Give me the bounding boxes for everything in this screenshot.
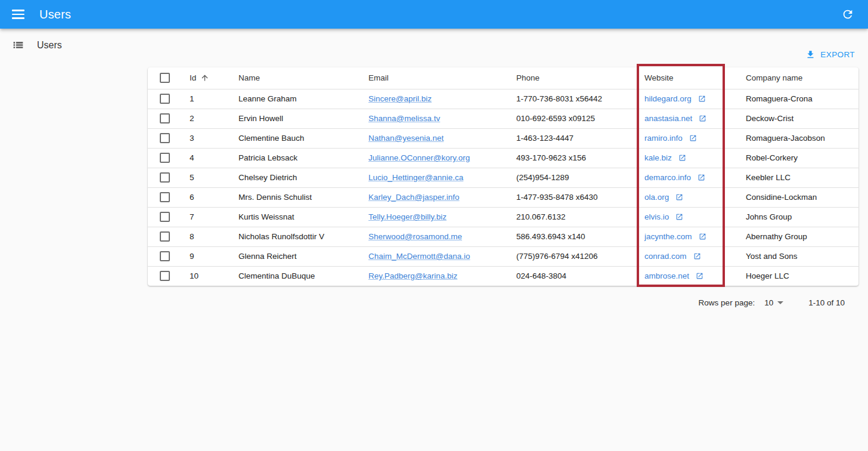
- page-header: Users EXPORT: [0, 29, 868, 64]
- external-link-icon: [678, 154, 686, 162]
- rows-per-page-label: Rows per page:: [699, 298, 755, 307]
- table-row[interactable]: 1 Leanne Graham Sincere@april.biz 1-770-…: [148, 89, 858, 109]
- cell-phone: 493-170-9623 x156: [507, 148, 635, 168]
- cell-name: Glenna Reichert: [229, 246, 359, 266]
- row-checkbox[interactable]: [160, 192, 170, 202]
- email-link[interactable]: Sherwood@rosamond.me: [368, 232, 462, 241]
- external-link-icon: [698, 174, 705, 181]
- chevron-down-icon: [777, 301, 783, 304]
- rows-per-page-select[interactable]: 10: [764, 298, 783, 307]
- website-link[interactable]: elvis.io: [644, 212, 669, 221]
- column-header-phone[interactable]: Phone: [507, 67, 635, 89]
- table-row[interactable]: 10 Clementina DuBuque Rey.Padberg@karina…: [148, 266, 858, 286]
- cell-id: 6: [180, 187, 229, 207]
- table-row[interactable]: 5 Chelsey Dietrich Lucio_Hettinger@annie…: [148, 168, 858, 187]
- external-link-icon: [675, 213, 683, 221]
- external-link-icon: [693, 252, 701, 260]
- table-row[interactable]: 6 Mrs. Dennis Schulist Karley_Dach@jaspe…: [148, 187, 858, 207]
- cell-phone: 1-463-123-4447: [507, 128, 635, 148]
- cell-name: Clementine Bauch: [229, 128, 359, 148]
- row-checkbox[interactable]: [160, 153, 170, 163]
- cell-name: Nicholas Runolfsdottir V: [229, 227, 359, 246]
- website-link[interactable]: ramiro.info: [644, 134, 683, 143]
- external-link-icon: [675, 193, 683, 201]
- cell-company: Keebler LLC: [736, 168, 858, 187]
- website-link[interactable]: hildegard.org: [644, 94, 692, 103]
- cell-name: Chelsey Dietrich: [229, 168, 359, 187]
- cell-id: 2: [180, 109, 229, 128]
- cell-id: 8: [180, 227, 229, 246]
- cell-name: Clementina DuBuque: [229, 266, 359, 286]
- email-link[interactable]: Shanna@melissa.tv: [368, 114, 440, 123]
- cell-company: Yost and Sons: [736, 246, 858, 266]
- email-link[interactable]: Sincere@april.biz: [368, 94, 432, 103]
- app-bar-title: Users: [39, 8, 71, 21]
- cell-phone: 1-477-935-8478 x6430: [507, 187, 635, 207]
- website-link[interactable]: kale.biz: [644, 153, 672, 162]
- column-header-company-name[interactable]: Company name: [736, 67, 858, 89]
- cell-phone: (254)954-1289: [507, 168, 635, 187]
- menu-icon[interactable]: [12, 7, 26, 21]
- row-checkbox[interactable]: [160, 172, 170, 183]
- cell-id: 3: [180, 128, 229, 148]
- cell-phone: (775)976-6794 x41206: [507, 246, 635, 266]
- row-checkbox[interactable]: [160, 231, 170, 242]
- email-link[interactable]: Chaim_McDermott@dana.io: [368, 252, 470, 261]
- email-link[interactable]: Lucio_Hettinger@annie.ca: [368, 173, 463, 182]
- pagination-bar: Rows per page: 10 1-10 of 10: [699, 295, 845, 310]
- cell-company: Deckow-Crist: [736, 109, 858, 128]
- external-link-icon: [696, 272, 703, 280]
- email-link[interactable]: Nathan@yesenia.net: [368, 134, 444, 143]
- users-table: Id Name Email Phone Website Company name…: [148, 67, 858, 286]
- table-row[interactable]: 9 Glenna Reichert Chaim_McDermott@dana.i…: [148, 246, 858, 266]
- column-header-website[interactable]: Website: [635, 67, 736, 89]
- row-checkbox[interactable]: [160, 251, 170, 261]
- users-table-card: Id Name Email Phone Website Company name…: [148, 67, 858, 286]
- refresh-icon[interactable]: [837, 4, 858, 25]
- column-header-id[interactable]: Id: [190, 73, 209, 82]
- website-link[interactable]: demarco.info: [644, 173, 691, 182]
- email-link[interactable]: Karley_Dach@jasper.info: [368, 193, 460, 202]
- rows-per-page-value: 10: [764, 298, 773, 307]
- row-checkbox[interactable]: [160, 133, 170, 143]
- website-link[interactable]: jacynthe.com: [644, 232, 692, 241]
- external-link-icon: [689, 134, 697, 142]
- cell-name: Kurtis Weissnat: [229, 207, 359, 227]
- cell-name: Mrs. Dennis Schulist: [229, 187, 359, 207]
- email-link[interactable]: Telly.Hoeger@billy.biz: [368, 212, 447, 221]
- column-header-name[interactable]: Name: [229, 67, 359, 89]
- cell-id: 5: [180, 168, 229, 187]
- table-row[interactable]: 2 Ervin Howell Shanna@melissa.tv 010-692…: [148, 109, 858, 128]
- cell-id: 1: [180, 89, 229, 109]
- download-icon: [805, 50, 816, 60]
- cell-name: Leanne Graham: [229, 89, 359, 109]
- website-link[interactable]: ola.org: [644, 193, 669, 202]
- export-button[interactable]: EXPORT: [802, 47, 858, 62]
- website-link[interactable]: conrad.com: [644, 252, 687, 261]
- table-row[interactable]: 4 Patricia Lebsack Julianne.OConner@kory…: [148, 148, 858, 168]
- app-bar: Users: [0, 0, 868, 29]
- row-checkbox[interactable]: [160, 94, 170, 104]
- page-title: Users: [37, 40, 62, 51]
- cell-company: Hoeger LLC: [736, 266, 858, 286]
- cell-company: Romaguera-Jacobson: [736, 128, 858, 148]
- cell-phone: 010-692-6593 x09125: [507, 109, 635, 128]
- website-link[interactable]: anastasia.net: [644, 114, 692, 123]
- email-link[interactable]: Rey.Padberg@karina.biz: [368, 271, 457, 280]
- table-row[interactable]: 3 Clementine Bauch Nathan@yesenia.net 1-…: [148, 128, 858, 148]
- row-checkbox[interactable]: [160, 271, 170, 281]
- cell-name: Ervin Howell: [229, 109, 359, 128]
- email-link[interactable]: Julianne.OConner@kory.org: [368, 153, 470, 162]
- cell-company: Abernathy Group: [736, 227, 858, 246]
- row-checkbox[interactable]: [160, 212, 170, 222]
- website-link[interactable]: ambrose.net: [644, 271, 689, 280]
- cell-id: 10: [180, 266, 229, 286]
- select-all-checkbox[interactable]: [160, 73, 170, 83]
- cell-id: 4: [180, 148, 229, 168]
- table-row[interactable]: 7 Kurtis Weissnat Telly.Hoeger@billy.biz…: [148, 207, 858, 227]
- external-link-icon: [699, 233, 706, 240]
- cell-company: Johns Group: [736, 207, 858, 227]
- row-checkbox[interactable]: [160, 113, 170, 123]
- column-header-email[interactable]: Email: [359, 67, 507, 89]
- table-row[interactable]: 8 Nicholas Runolfsdottir V Sherwood@rosa…: [148, 227, 858, 246]
